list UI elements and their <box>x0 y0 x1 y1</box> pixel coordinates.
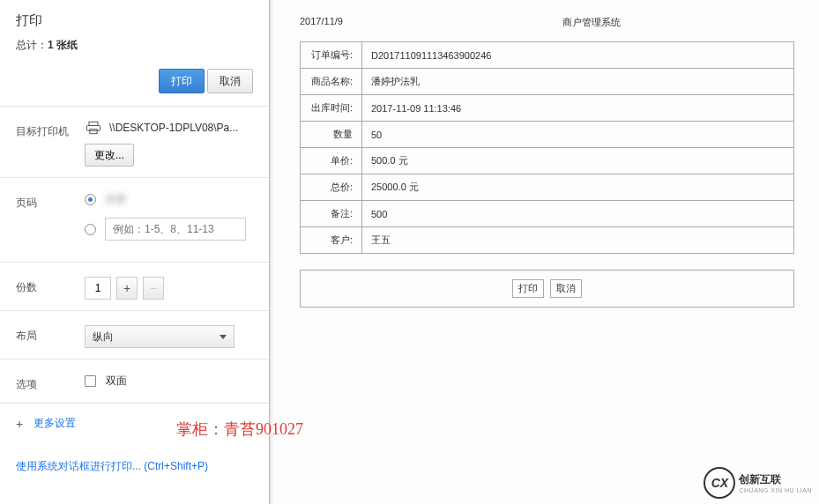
more-settings-label: 更多设置 <box>34 416 76 431</box>
layout-label: 布局 <box>16 325 85 344</box>
options-label: 选项 <box>16 374 85 392</box>
pages-all-label: 全部 <box>105 192 126 207</box>
value-qty: 50 <box>362 122 794 148</box>
value-total: 25000.0 元 <box>362 174 794 201</box>
brand-name: 创新互联 <box>739 473 781 485</box>
preview-header: 2017/11/9 商户管理系统 <box>300 16 794 29</box>
print-preview: 2017/11/9 商户管理系统 订单编号:D20171109111346390… <box>275 0 819 504</box>
value-product: 潘婷护法乳 <box>362 69 794 95</box>
svg-rect-0 <box>89 122 98 125</box>
chevron-down-icon <box>220 335 227 339</box>
table-row: 总价:25000.0 元 <box>301 174 794 201</box>
pages-section: 页码 全部 <box>0 178 269 262</box>
preview-actions: 打印 取消 <box>300 270 794 308</box>
table-row: 订单编号:D201711091113463900246 <box>301 42 794 69</box>
pages-radio-custom[interactable] <box>85 224 96 235</box>
table-row: 数量50 <box>301 122 794 148</box>
table-row: 商品名称:潘婷护法乳 <box>301 69 794 95</box>
value-customer: 王五 <box>362 227 794 254</box>
table-row: 单价:500.0 元 <box>301 148 794 174</box>
system-dialog-row: 使用系统对话框进行打印... (Ctrl+Shift+P) <box>0 443 269 490</box>
duplex-label: 双面 <box>106 374 127 387</box>
brand-logo: CX 创新互联 CHUANG XIN HU LIAN <box>704 467 812 499</box>
pages-label: 页码 <box>16 192 85 211</box>
system-dialog-link[interactable]: 使用系统对话框进行打印... (Ctrl+Shift+P) <box>16 460 208 472</box>
value-out-time: 2017-11-09 11:13:46 <box>362 95 794 122</box>
plus-icon: + <box>16 417 34 431</box>
pages-custom-input[interactable] <box>105 218 246 241</box>
pages-radio-all[interactable] <box>85 194 96 205</box>
layout-selected: 纵向 <box>93 330 114 345</box>
value-price: 500.0 元 <box>362 148 794 174</box>
layout-select[interactable]: 纵向 <box>85 325 235 348</box>
layout-section: 布局 纵向 <box>0 311 269 359</box>
svg-rect-2 <box>90 130 97 134</box>
copies-input[interactable] <box>85 277 111 300</box>
label-order-no: 订单编号: <box>301 42 362 69</box>
value-order-no: D201711091113463900246 <box>362 42 794 69</box>
dialog-header: 打印 总计：1 张纸 <box>0 0 269 62</box>
watermark-text: 掌柜：青苔901027 <box>176 419 303 440</box>
label-out-time: 出库时间: <box>301 95 362 122</box>
preview-print-button[interactable]: 打印 <box>512 279 544 298</box>
printer-row: \\DESKTOP-1DPLV08\Pa... <box>85 121 253 135</box>
brand-icon: CX <box>704 467 735 499</box>
svg-rect-1 <box>87 126 101 131</box>
print-button[interactable]: 打印 <box>159 69 205 93</box>
brand-sub: CHUANG XIN HU LIAN <box>739 487 812 493</box>
copies-label: 份数 <box>16 277 85 295</box>
label-price: 单价: <box>301 148 362 174</box>
label-remark: 备注: <box>301 201 362 227</box>
label-customer: 客户: <box>301 227 362 254</box>
copies-section: 份数 + − <box>0 263 269 310</box>
printer-label: 目标打印机 <box>16 121 85 139</box>
order-table: 订单编号:D201711091113463900246 商品名称:潘婷护法乳 出… <box>300 41 794 254</box>
dialog-title: 打印 <box>16 12 253 29</box>
preview-cancel-button[interactable]: 取消 <box>550 279 582 298</box>
table-row: 备注:500 <box>301 201 794 227</box>
subtotal: 总计：1 张纸 <box>16 38 253 53</box>
label-product: 商品名称: <box>301 69 362 95</box>
copies-increment[interactable]: + <box>116 277 138 300</box>
subtotal-prefix: 总计： <box>16 39 48 51</box>
value-remark: 500 <box>362 201 794 227</box>
table-row: 客户:王五 <box>301 227 794 254</box>
printer-name: \\DESKTOP-1DPLV08\Pa... <box>109 122 238 134</box>
duplex-checkbox[interactable] <box>85 375 96 387</box>
label-qty: 数量 <box>301 122 362 148</box>
preview-title: 商户管理系统 <box>476 16 706 29</box>
dialog-actions: 打印 取消 <box>0 62 269 106</box>
preview-date: 2017/11/9 <box>300 16 476 29</box>
change-printer-button[interactable]: 更改... <box>85 144 134 167</box>
label-total: 总价: <box>301 174 362 201</box>
copies-decrement[interactable]: − <box>143 277 164 300</box>
printer-section: 目标打印机 \\DESKTOP-1DPLV08\Pa... 更改... <box>0 107 269 177</box>
printer-icon <box>85 121 102 135</box>
subtotal-count: 1 张纸 <box>48 39 78 51</box>
table-row: 出库时间:2017-11-09 11:13:46 <box>301 95 794 122</box>
options-section: 选项 双面 <box>0 359 269 403</box>
cancel-button[interactable]: 取消 <box>207 69 253 93</box>
